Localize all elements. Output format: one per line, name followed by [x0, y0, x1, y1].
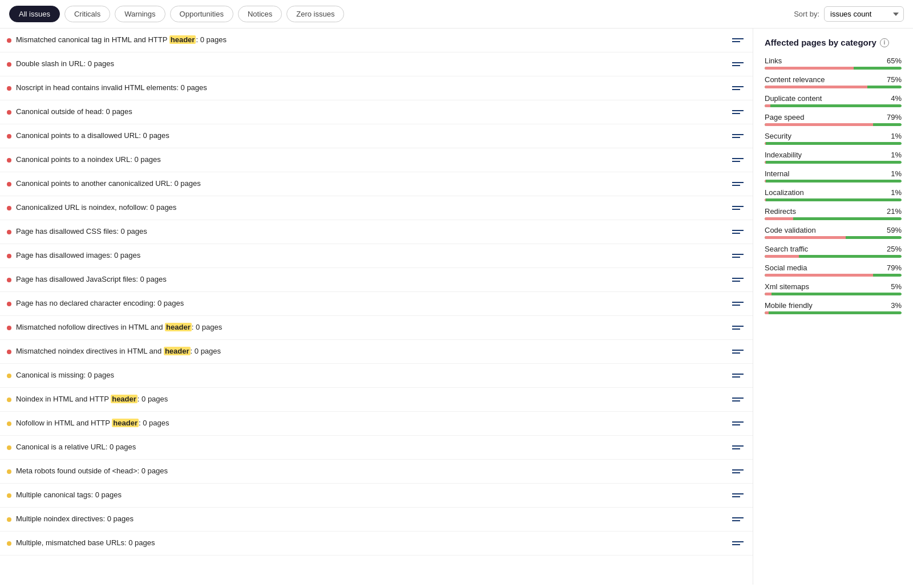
- severity-dot: [7, 541, 11, 546]
- main-layout: Mismatched canonical tag in HTML and HTT…: [0, 29, 913, 585]
- table-row: Mismatched nofollow directives in HTML a…: [0, 316, 753, 340]
- category-percent: 59%: [887, 226, 902, 234]
- progress-bar-track: [765, 311, 902, 314]
- severity-dot: [7, 493, 11, 498]
- expand-icon[interactable]: [732, 350, 744, 354]
- severity-dot: [7, 182, 11, 186]
- sort-select[interactable]: issues countalphabeticalpages affected: [824, 6, 904, 22]
- progress-bar-red: [765, 255, 799, 258]
- category-percent: 65%: [887, 56, 902, 65]
- list-item: Duplicate content4%: [765, 94, 902, 107]
- filter-tab-opportunities[interactable]: Opportunities: [170, 6, 233, 22]
- issue-text: Canonical outside of head: 0 pages: [16, 107, 132, 117]
- category-name: Redirects: [765, 207, 796, 216]
- filter-tab-zero[interactable]: Zero issues: [286, 6, 344, 22]
- table-row: Canonical points to a disallowed URL: 0 …: [0, 124, 753, 148]
- list-item: Mobile friendly3%: [765, 301, 902, 314]
- issue-text: Noscript in head contains invalid HTML e…: [16, 83, 207, 93]
- issue-text: Noindex in HTML and HTTP header: 0 pages: [16, 394, 168, 404]
- expand-icon[interactable]: [732, 445, 744, 449]
- expand-icon[interactable]: [732, 38, 744, 42]
- category-percent: 3%: [891, 301, 902, 310]
- progress-bar-red: [765, 67, 854, 70]
- info-icon[interactable]: i: [880, 38, 889, 47]
- expand-icon[interactable]: [732, 134, 744, 138]
- expand-icon[interactable]: [732, 302, 744, 306]
- sidebar-title: Affected pages by category i: [765, 38, 902, 47]
- list-item: Content relevance75%: [765, 75, 902, 88]
- severity-dot: [7, 86, 11, 91]
- expand-icon[interactable]: [732, 421, 744, 425]
- severity-dot: [7, 326, 11, 330]
- list-item: Search traffic25%: [765, 245, 902, 258]
- issue-highlight: header: [169, 35, 196, 44]
- expand-icon[interactable]: [732, 469, 744, 473]
- progress-bar-track: [765, 236, 902, 239]
- issue-text: Multiple, mismatched base URLs: 0 pages: [16, 538, 155, 548]
- expand-icon[interactable]: [732, 541, 744, 545]
- expand-icon[interactable]: [732, 326, 744, 330]
- category-name: Links: [765, 56, 782, 65]
- progress-bar-track: [765, 104, 902, 107]
- list-item: Redirects21%: [765, 207, 902, 220]
- expand-icon[interactable]: [732, 206, 744, 210]
- categories-list: Links65%Content relevance75%Duplicate co…: [765, 56, 902, 314]
- category-name: Mobile friendly: [765, 301, 813, 310]
- expand-icon[interactable]: [732, 182, 744, 186]
- expand-icon[interactable]: [732, 110, 744, 114]
- filter-tab-all[interactable]: All issues: [9, 6, 60, 22]
- expand-icon[interactable]: [732, 230, 744, 234]
- list-item: Social media79%: [765, 263, 902, 277]
- table-row: Page has disallowed CSS files: 0 pages: [0, 220, 753, 244]
- issue-highlight: header: [164, 347, 191, 355]
- progress-bar-track: [765, 293, 902, 295]
- progress-bar-green: [765, 180, 902, 183]
- filter-tab-notices[interactable]: Notices: [238, 6, 282, 22]
- severity-dot: [7, 206, 11, 210]
- progress-bar-green: [765, 311, 902, 314]
- list-item: Internal1%: [765, 169, 902, 183]
- category-percent: 79%: [887, 263, 902, 272]
- issue-text: Meta robots found outside of <head>: 0 p…: [16, 466, 168, 476]
- progress-bar-green: [765, 161, 902, 164]
- sort-area: Sort by: issues countalphabeticalpages a…: [794, 6, 904, 22]
- severity-dot: [7, 158, 11, 163]
- expand-icon[interactable]: [732, 62, 744, 66]
- progress-bar-red: [765, 274, 873, 277]
- filter-tab-warnings[interactable]: Warnings: [115, 6, 165, 22]
- expand-icon[interactable]: [732, 493, 744, 497]
- list-item: Indexability1%: [765, 151, 902, 164]
- expand-icon[interactable]: [732, 86, 744, 90]
- list-item: Page speed79%: [765, 113, 902, 126]
- severity-dot: [7, 110, 11, 115]
- severity-dot: [7, 278, 11, 282]
- progress-bar-track: [765, 67, 902, 70]
- expand-icon[interactable]: [732, 374, 744, 378]
- category-percent: 21%: [887, 207, 902, 216]
- sidebar-title-text: Affected pages by category: [765, 38, 876, 47]
- issue-text: Mismatched canonical tag in HTML and HTT…: [16, 35, 227, 45]
- expand-icon[interactable]: [732, 517, 744, 521]
- table-row: Mismatched canonical tag in HTML and HTT…: [0, 29, 753, 52]
- table-row: Noscript in head contains invalid HTML e…: [0, 76, 753, 100]
- severity-dot: [7, 374, 11, 378]
- progress-bar-green: [765, 142, 902, 145]
- list-item: Localization1%: [765, 188, 902, 201]
- category-name: Content relevance: [765, 75, 825, 84]
- expand-icon[interactable]: [732, 254, 744, 258]
- issue-text: Multiple noindex directives: 0 pages: [16, 514, 134, 524]
- progress-bar-red: [765, 217, 793, 220]
- filter-tab-criticals[interactable]: Criticals: [64, 6, 110, 22]
- list-item: Security1%: [765, 132, 902, 145]
- issue-highlight: header: [111, 395, 138, 403]
- table-row: Multiple noindex directives: 0 pages: [0, 508, 753, 532]
- expand-icon[interactable]: [732, 278, 744, 282]
- category-percent: 1%: [891, 132, 902, 140]
- issue-text: Canonical points to a disallowed URL: 0 …: [16, 131, 169, 141]
- expand-icon[interactable]: [732, 398, 744, 402]
- expand-icon[interactable]: [732, 158, 744, 162]
- category-name: Duplicate content: [765, 94, 822, 103]
- issue-text: Canonical points to another canonicalize…: [16, 179, 201, 189]
- issue-text: Mismatched nofollow directives in HTML a…: [16, 322, 222, 332]
- list-item: Links65%: [765, 56, 902, 70]
